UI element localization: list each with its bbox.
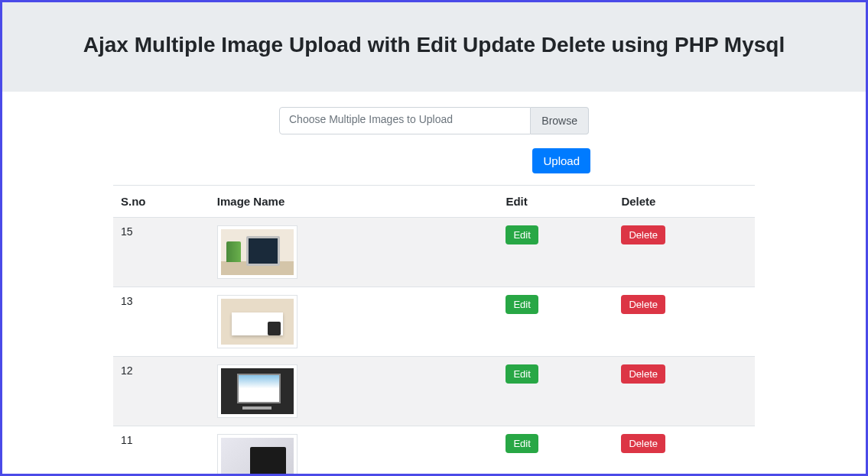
cell-delete: Delete bbox=[613, 357, 755, 426]
file-input-group[interactable]: Choose Multiple Images to Upload Browse bbox=[279, 107, 589, 134]
delete-button[interactable]: Delete bbox=[621, 434, 665, 453]
cell-sno: 13 bbox=[113, 287, 210, 357]
thumbnail-image bbox=[221, 438, 294, 476]
thumbnail-image bbox=[221, 299, 294, 345]
images-table: S.no Image Name Edit Delete 15 Edit Dele… bbox=[113, 185, 755, 476]
header-banner: Ajax Multiple Image Upload with Edit Upd… bbox=[2, 2, 866, 92]
cell-sno: 12 bbox=[113, 357, 210, 426]
cell-sno: 11 bbox=[113, 426, 210, 477]
edit-button[interactable]: Edit bbox=[506, 364, 538, 384]
cell-sno: 15 bbox=[113, 218, 210, 287]
table-row: 11 Edit Delete bbox=[113, 426, 755, 477]
column-header-sno: S.no bbox=[113, 186, 210, 218]
cell-delete: Delete bbox=[613, 426, 755, 477]
cell-image bbox=[210, 426, 499, 477]
column-header-delete: Delete bbox=[613, 186, 755, 218]
edit-button[interactable]: Edit bbox=[506, 295, 538, 314]
cell-image bbox=[210, 218, 499, 287]
upload-button-row: Upload bbox=[113, 148, 755, 173]
cell-image bbox=[210, 287, 499, 357]
file-input-placeholder[interactable]: Choose Multiple Images to Upload bbox=[279, 107, 531, 134]
cell-image bbox=[210, 357, 499, 426]
column-header-edit: Edit bbox=[498, 186, 613, 218]
table-row: 15 Edit Delete bbox=[113, 218, 755, 287]
table-row: 13 Edit Delete bbox=[113, 287, 755, 357]
delete-button[interactable]: Delete bbox=[621, 364, 665, 384]
upload-button[interactable]: Upload bbox=[532, 148, 590, 173]
cell-edit: Edit bbox=[498, 287, 613, 357]
page-title: Ajax Multiple Image Upload with Edit Upd… bbox=[18, 33, 850, 57]
edit-button[interactable]: Edit bbox=[506, 434, 538, 453]
image-thumbnail bbox=[217, 434, 297, 476]
thumbnail-image bbox=[221, 368, 294, 414]
column-header-image-name: Image Name bbox=[210, 186, 499, 218]
file-input-row: Choose Multiple Images to Upload Browse bbox=[113, 107, 755, 134]
browse-button[interactable]: Browse bbox=[531, 107, 589, 134]
content-container: Choose Multiple Images to Upload Browse … bbox=[2, 92, 866, 476]
cell-delete: Delete bbox=[613, 287, 755, 357]
cell-edit: Edit bbox=[498, 426, 613, 477]
image-thumbnail bbox=[217, 225, 297, 279]
image-thumbnail bbox=[217, 295, 297, 348]
cell-edit: Edit bbox=[498, 218, 613, 287]
thumbnail-image bbox=[221, 229, 294, 275]
cell-edit: Edit bbox=[498, 357, 613, 426]
cell-delete: Delete bbox=[613, 218, 755, 287]
table-row: 12 Edit Delete bbox=[113, 357, 755, 426]
image-thumbnail bbox=[217, 364, 297, 418]
delete-button[interactable]: Delete bbox=[621, 225, 665, 244]
delete-button[interactable]: Delete bbox=[621, 295, 665, 314]
edit-button[interactable]: Edit bbox=[506, 225, 538, 244]
